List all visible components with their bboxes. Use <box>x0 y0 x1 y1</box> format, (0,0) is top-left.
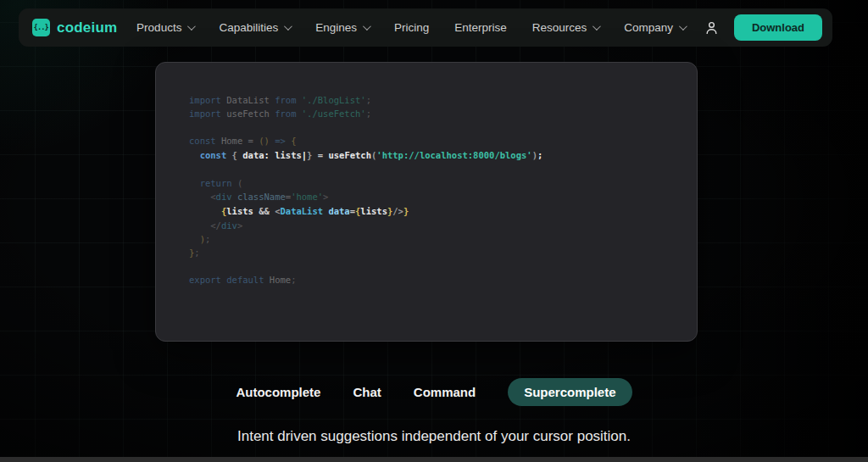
code-line: import DataList from './BlogList'; <box>189 93 680 107</box>
code-line: return ( <box>189 176 680 190</box>
chevron-down-icon <box>363 22 371 31</box>
code-line: }; <box>189 246 680 259</box>
feature-caption: Intent driven suggestions independent of… <box>0 428 868 445</box>
code-editor: import DataList from './BlogList';import… <box>156 63 697 287</box>
nav-item-label: Products <box>136 21 181 34</box>
nav-item-label: Resources <box>532 21 587 34</box>
code-line <box>189 259 680 273</box>
tab-command[interactable]: Command <box>414 378 476 406</box>
code-line: </div> <box>189 219 680 232</box>
nav-item-company[interactable]: Company <box>624 21 685 34</box>
code-line: const Home = () => { <box>189 134 680 148</box>
feature-tabs: AutocompleteChatCommandSupercomplete <box>0 378 868 406</box>
code-line: import useFetch from './useFetch'; <box>189 107 680 120</box>
nav-item-label: Engines <box>315 21 357 34</box>
codeium-logo[interactable]: {..} codeium <box>32 19 117 36</box>
code-line: const { data: lists|} = useFetch('http:/… <box>189 148 680 163</box>
nav-item-pricing[interactable]: Pricing <box>394 21 429 34</box>
code-panel: import DataList from './BlogList';import… <box>155 62 698 342</box>
nav-item-capabilities[interactable]: Capabilities <box>219 21 290 34</box>
code-line <box>189 120 680 134</box>
code-line: <div className='home'> <box>189 190 680 203</box>
nav-item-label: Company <box>624 21 673 34</box>
chevron-down-icon <box>284 22 292 31</box>
code-line: export default Home; <box>189 273 680 287</box>
bottom-strip <box>0 457 868 462</box>
codeium-logo-icon: {..} <box>32 19 50 36</box>
nav-item-label: Capabilities <box>219 21 278 34</box>
chevron-down-icon <box>187 22 196 31</box>
user-icon <box>704 19 719 36</box>
nav-item-enterprise[interactable]: Enterprise <box>454 21 507 34</box>
nav-item-engines[interactable]: Engines <box>315 21 369 34</box>
tab-chat[interactable]: Chat <box>353 378 381 406</box>
code-line <box>189 163 680 176</box>
nav-item-resources[interactable]: Resources <box>532 21 599 34</box>
nav-item-label: Pricing <box>394 21 429 34</box>
navbar: {..} codeium ProductsCapabilitiesEngines… <box>19 8 832 47</box>
tab-supercomplete[interactable]: Supercomplete <box>508 378 632 406</box>
code-line: ); <box>189 232 680 246</box>
chevron-down-icon <box>593 22 601 31</box>
nav-item-label: Enterprise <box>454 21 507 34</box>
chevron-down-icon <box>679 22 687 31</box>
code-line: {lists && <DataList data={lists}/>} <box>189 203 680 219</box>
nav-item-products[interactable]: Products <box>136 21 193 34</box>
nav-right: Download <box>704 14 822 41</box>
user-account-button[interactable] <box>704 19 719 36</box>
download-button[interactable]: Download <box>734 14 822 41</box>
brand-name: codeium <box>57 19 117 36</box>
nav-menu: ProductsCapabilitiesEnginesPricingEnterp… <box>136 21 685 34</box>
tab-autocomplete[interactable]: Autocomplete <box>236 378 320 406</box>
